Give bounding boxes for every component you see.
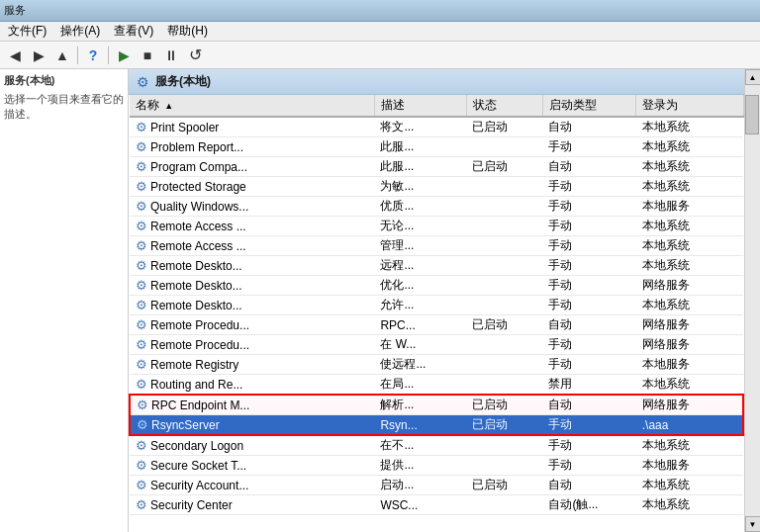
cell-desc: 在 W... — [374, 335, 466, 355]
cell-name: ⚙ Secure Socket T... — [130, 456, 374, 476]
cell-startup: 自动 — [542, 157, 635, 177]
service-name-text: Security Account... — [150, 479, 248, 492]
gear-icon: ⚙ — [136, 317, 147, 332]
service-name-text: Secondary Logon — [150, 439, 243, 453]
service-name-text: Remote Procedu... — [150, 338, 249, 352]
service-name-text: Remote Deskto... — [150, 279, 242, 293]
cell-login: 网络服务 — [636, 276, 743, 296]
cell-desc: 无论... — [374, 217, 466, 236]
right-scrollbar[interactable]: ▲ ▼ — [744, 69, 760, 532]
scrollbar-thumb[interactable] — [745, 95, 759, 134]
menu-bar: 文件(F) 操作(A) 查看(V) 帮助(H) — [0, 22, 760, 42]
table-row[interactable]: ⚙ Remote Access ... 管理... 手动 本地系统 — [130, 236, 743, 256]
table-row[interactable]: ⚙ Secondary Logon 在不... 手动 本地系统 — [130, 435, 743, 456]
menu-view[interactable]: 查看(V) — [108, 22, 159, 41]
toolbar-forward-button[interactable]: ▶ — [28, 44, 49, 66]
cell-login: 网络服务 — [636, 335, 743, 355]
toolbar-separator-1 — [77, 46, 78, 64]
cell-status: 已启动 — [466, 117, 542, 137]
cell-name: ⚙ Remote Registry — [130, 355, 374, 375]
table-row[interactable]: ⚙ Remote Procedu... RPC... 已启动 自动 网络服务 — [130, 315, 743, 335]
col-header-login[interactable]: 登录为 — [636, 95, 743, 117]
cell-startup: 手动 — [542, 137, 635, 157]
cell-status — [466, 197, 542, 217]
toolbar-play-button[interactable]: ▶ — [113, 44, 135, 66]
scrollbar-down-arrow[interactable]: ▼ — [745, 516, 761, 532]
service-name-text: Security Center — [150, 498, 233, 512]
menu-file[interactable]: 文件(F) — [2, 22, 52, 41]
cell-desc: WSC... — [374, 495, 466, 515]
services-icon: ⚙ — [137, 74, 149, 90]
menu-action[interactable]: 操作(A) — [54, 22, 106, 41]
menu-help[interactable]: 帮助(H) — [161, 22, 214, 41]
cell-desc: 将文... — [374, 117, 466, 137]
table-row[interactable]: ⚙ Remote Deskto... 优化... 手动 网络服务 — [130, 276, 743, 296]
cell-startup: 手动 — [542, 335, 635, 355]
col-header-status[interactable]: 状态 — [466, 95, 542, 117]
cell-login: 本地系统 — [636, 117, 743, 137]
cell-status — [466, 435, 542, 456]
cell-desc: 允许... — [374, 296, 466, 315]
cell-name: ⚙ Secondary Logon — [130, 435, 374, 456]
col-header-desc[interactable]: 描述 — [374, 95, 466, 117]
cell-startup: 手动 — [542, 197, 635, 217]
table-row[interactable]: ⚙ Secure Socket T... 提供... 手动 本地服务 — [130, 456, 743, 476]
scrollbar-up-arrow[interactable]: ▲ — [745, 69, 761, 85]
sort-arrow-name: ▲ — [164, 101, 173, 111]
toolbar-pause-button[interactable]: ⏸ — [160, 44, 182, 66]
title-bar: 服务 — [0, 0, 760, 22]
cell-startup: 手动 — [542, 435, 635, 456]
cell-status — [466, 495, 542, 515]
cell-login: 本地系统 — [636, 476, 743, 495]
service-name-text: Remote Deskto... — [150, 259, 242, 273]
toolbar-separator-2 — [108, 46, 109, 64]
cell-status: 已启动 — [466, 157, 542, 177]
services-table-scroll[interactable]: 名称 ▲ 描述 状态 启动类型 登录为 — [129, 95, 744, 532]
cell-name: ⚙ Remote Access ... — [130, 236, 374, 256]
toolbar-help-button[interactable]: ? — [82, 44, 104, 66]
cell-startup: 手动 — [542, 236, 635, 256]
toolbar-stop-button[interactable]: ■ — [137, 44, 158, 66]
table-row[interactable]: ⚙ Security Center WSC... 自动(触... 本地系统 — [130, 495, 743, 515]
table-row[interactable]: ⚙ Program Compa... 此服... 已启动 自动 本地系统 — [130, 157, 743, 177]
cell-status — [466, 456, 542, 476]
cell-desc: 此服... — [374, 157, 466, 177]
content-header-title: 服务(本地) — [155, 73, 211, 90]
table-row[interactable]: ⚙ Security Account... 启动... 已启动 自动 本地系统 — [130, 476, 743, 495]
toolbar-up-button[interactable]: ▲ — [51, 44, 73, 66]
cell-name: ⚙ Remote Deskto... — [130, 276, 374, 296]
table-row[interactable]: ⚙ Remote Deskto... 允许... 手动 本地系统 — [130, 296, 743, 315]
table-row[interactable]: ⚙ Problem Report... 此服... 手动 本地系统 — [130, 137, 743, 157]
cell-status: 已启动 — [466, 395, 542, 415]
table-row[interactable]: ⚙ Remote Deskto... 远程... 手动 本地系统 — [130, 256, 743, 276]
table-row[interactable]: ⚙ Remote Registry 使远程... 手动 本地服务 — [130, 355, 743, 375]
cell-login: 本地系统 — [636, 256, 743, 276]
service-name-text: Remote Access ... — [150, 239, 246, 253]
cell-desc: 为敏... — [374, 177, 466, 197]
table-row[interactable]: ⚙ Routing and Re... 在局... 禁用 本地系统 — [130, 375, 743, 396]
service-name-text: Secure Socket T... — [150, 459, 246, 473]
cell-startup: 自动 — [542, 117, 635, 137]
table-row[interactable]: ⚙ RPC Endpoint M... 解析... 已启动 自动 网络服务 — [130, 395, 743, 415]
toolbar-restart-button[interactable]: ↺ — [184, 44, 206, 66]
gear-icon: ⚙ — [136, 258, 147, 273]
table-row[interactable]: ⚙ Remote Access ... 无论... 手动 本地系统 — [130, 217, 743, 236]
table-row[interactable]: ⚙ Quality Windows... 优质... 手动 本地服务 — [130, 197, 743, 217]
cell-startup: 手动 — [542, 276, 635, 296]
service-name-text: Quality Windows... — [150, 200, 248, 214]
table-row[interactable]: ⚙ Protected Storage 为敏... 手动 本地系统 — [130, 177, 743, 197]
cell-login: 本地服务 — [636, 456, 743, 476]
table-row[interactable]: ⚙ RsyncServer Rsyn... 已启动 手动 .\aaa — [130, 415, 743, 436]
cell-status — [466, 276, 542, 296]
gear-icon: ⚙ — [136, 179, 147, 194]
cell-startup: 手动 — [542, 456, 635, 476]
main-layout: 服务(本地) 选择一个项目来查看它的描述。 ⚙ 服务(本地) 名称 ▲ 描述 — [0, 69, 760, 532]
cell-name: ⚙ RPC Endpoint M... — [130, 395, 374, 415]
gear-icon: ⚙ — [136, 337, 147, 352]
service-name-text: Program Compa... — [150, 160, 247, 174]
table-row[interactable]: ⚙ Remote Procedu... 在 W... 手动 网络服务 — [130, 335, 743, 355]
table-row[interactable]: ⚙ Print Spooler 将文... 已启动 自动 本地系统 — [130, 117, 743, 137]
col-header-name[interactable]: 名称 ▲ — [130, 95, 374, 117]
col-header-startup[interactable]: 启动类型 — [542, 95, 635, 117]
toolbar-back-button[interactable]: ◀ — [4, 44, 26, 66]
